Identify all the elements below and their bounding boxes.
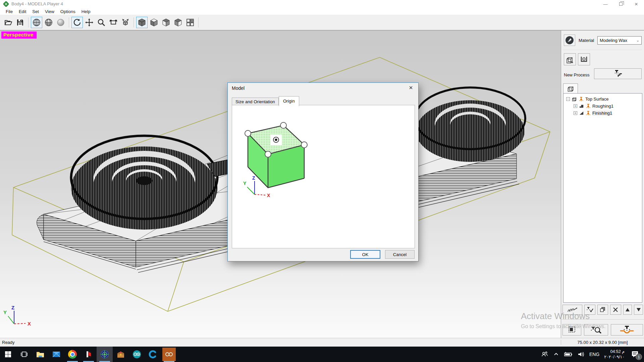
show-hidden-icons-chevron[interactable] <box>553 351 559 357</box>
view-wireframe-button[interactable] <box>31 17 42 28</box>
open-folder-icon <box>4 18 12 26</box>
mill-tool-icon <box>579 97 584 102</box>
ok-button[interactable]: OK <box>350 250 380 259</box>
arduino-icon <box>132 350 142 359</box>
origin-tab-page: Z Y X <box>232 105 415 248</box>
origin-handle-left[interactable] <box>245 130 251 136</box>
task-view-button[interactable] <box>16 347 32 362</box>
menu-help[interactable]: Help <box>78 8 94 15</box>
volume-icon[interactable] <box>577 351 585 358</box>
toolpath-button[interactable] <box>562 305 582 315</box>
collapse-icon[interactable]: − <box>566 97 570 101</box>
origin-handle-right[interactable] <box>301 142 307 148</box>
axis-x-label: X <box>267 193 270 198</box>
close-button[interactable]: ✕ <box>629 0 644 8</box>
material-label: Material <box>579 38 594 43</box>
toolbar-separator <box>133 17 134 27</box>
people-icon[interactable] <box>541 351 548 358</box>
material-button[interactable] <box>564 35 575 46</box>
file-explorer-button[interactable] <box>32 347 48 362</box>
tree-row-top-surface[interactable]: − Top Surface <box>564 96 642 103</box>
cube-front-icon <box>161 18 171 27</box>
view-shaded-button[interactable] <box>55 17 66 28</box>
fit-rectangle-icon <box>109 18 118 27</box>
treasure-chest-icon <box>116 350 125 359</box>
dialog-titlebar[interactable]: Model ✕ <box>228 83 418 94</box>
preview-button[interactable] <box>562 324 581 336</box>
start-cutting-button[interactable] <box>611 324 643 336</box>
mail-button[interactable] <box>48 347 64 362</box>
material-dropdown[interactable]: Modeling Wax ⌄ <box>597 36 642 45</box>
rotate-view-button[interactable] <box>71 17 83 28</box>
menu-set[interactable]: Set <box>29 8 42 15</box>
tool-settings-button[interactable] <box>584 305 595 315</box>
view-front-button[interactable] <box>160 17 172 28</box>
zoom-view-button[interactable] <box>96 17 107 28</box>
action-center-button[interactable]: 1 <box>629 349 641 359</box>
modela-player-button[interactable] <box>97 347 113 362</box>
battery-icon[interactable] <box>564 351 573 357</box>
modela-player-icon <box>100 350 109 359</box>
cube-side-icon <box>173 18 183 27</box>
move-down-button[interactable] <box>634 305 643 315</box>
delete-x-icon <box>612 307 619 313</box>
menu-file[interactable]: File <box>3 8 16 15</box>
minimize-button[interactable]: — <box>598 0 613 8</box>
mill-tool-icon <box>586 111 591 116</box>
start-button[interactable] <box>0 347 16 362</box>
arduino-splash-button[interactable] <box>161 347 177 362</box>
menu-view[interactable]: View <box>42 8 57 15</box>
restore-button[interactable] <box>613 0 629 8</box>
arduino-button[interactable] <box>129 347 145 362</box>
process-tree-tab[interactable] <box>563 83 578 94</box>
view-four-pane-button[interactable] <box>184 17 196 28</box>
preview-cutting-button[interactable] <box>584 324 608 336</box>
expand-icon[interactable]: + <box>574 104 577 108</box>
menu-edit[interactable]: Edit <box>16 8 29 15</box>
tab-size-and-orientation[interactable]: Size and Orientation <box>232 98 279 106</box>
model-surface-button[interactable] <box>564 53 576 65</box>
language-indicator[interactable]: ENG <box>589 352 599 357</box>
cura-button[interactable] <box>145 347 161 362</box>
origin-handle-back[interactable] <box>280 122 286 128</box>
tray-time: 04:52 م <box>604 349 625 354</box>
copy-process-button[interactable] <box>597 305 608 315</box>
dialog-title: Model <box>232 85 245 91</box>
view-top-button[interactable] <box>148 17 160 28</box>
view-side-button[interactable] <box>172 17 184 28</box>
new-process-label: New Process <box>564 72 590 77</box>
view-iso-button[interactable] <box>136 17 148 28</box>
zoom-to-model-button[interactable] <box>120 17 131 28</box>
delete-process-button[interactable] <box>610 305 621 315</box>
new-process-button[interactable] <box>594 68 642 79</box>
viewport-axis-triad: Z Y X <box>3 305 31 326</box>
dialog-close-button[interactable]: ✕ <box>404 83 418 93</box>
view-hidden-line-button[interactable] <box>43 17 54 28</box>
tab-origin[interactable]: Origin <box>279 96 299 106</box>
cancel-button[interactable]: Cancel <box>385 250 415 259</box>
origin-selector-cube[interactable]: Z Y X <box>232 105 415 248</box>
tree-row-roughing[interactable]: + Roughing1 <box>564 103 642 110</box>
task-view-icon <box>20 351 28 358</box>
move-up-button[interactable] <box>623 305 632 315</box>
pan-view-button[interactable] <box>84 17 95 28</box>
chrome-icon <box>68 350 77 359</box>
clock[interactable]: 04:52 م ٢٠٢٠/٠٩/١٠ <box>604 349 625 360</box>
menu-options[interactable]: Options <box>57 8 78 15</box>
material-block-button[interactable] <box>578 53 590 65</box>
open-file-button[interactable] <box>2 17 14 28</box>
expand-icon[interactable]: + <box>574 111 577 115</box>
file-explorer-icon <box>36 350 45 359</box>
panel-separator <box>561 319 644 320</box>
arrow-up-icon <box>625 308 630 312</box>
taskbar: ENG 04:52 م ٢٠٢٠/٠٩/١٠ 1 <box>0 347 644 362</box>
games-chest-button[interactable] <box>113 347 129 362</box>
cutstudio-button[interactable] <box>80 347 97 362</box>
fit-to-view-button[interactable] <box>108 17 119 28</box>
window-titlebar: Body4 - MODELA Player 4 — ✕ <box>0 0 644 8</box>
wireframe-globe-icon <box>32 18 41 27</box>
chrome-button[interactable] <box>64 347 80 362</box>
origin-handle-front[interactable] <box>265 151 271 157</box>
tree-row-finishing[interactable]: + Finishing1 <box>564 110 642 117</box>
save-button[interactable] <box>14 17 26 28</box>
